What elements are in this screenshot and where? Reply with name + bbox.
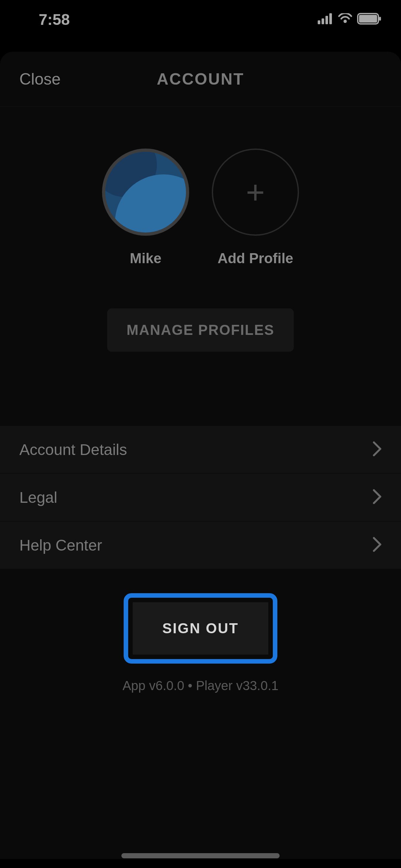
cellular-icon bbox=[318, 13, 333, 26]
status-bar: 7:58 bbox=[0, 0, 401, 35]
svg-rect-5 bbox=[359, 15, 377, 23]
account-sheet: Close ACCOUNT Mike + Add Profile MANAGE … bbox=[0, 52, 401, 859]
menu-item-label: Legal bbox=[19, 489, 57, 506]
avatar bbox=[102, 149, 189, 236]
svg-rect-1 bbox=[321, 19, 324, 24]
svg-rect-0 bbox=[318, 20, 320, 24]
profile-label: Mike bbox=[130, 250, 161, 267]
nav-header: Close ACCOUNT bbox=[0, 52, 401, 106]
page-title: ACCOUNT bbox=[157, 70, 244, 89]
add-profile-circle: + bbox=[212, 149, 299, 236]
menu-item-label: Account Details bbox=[19, 441, 127, 459]
svg-rect-6 bbox=[379, 17, 381, 21]
chevron-right-icon bbox=[373, 441, 382, 458]
menu-item-legal[interactable]: Legal bbox=[0, 474, 401, 522]
add-profile-label: Add Profile bbox=[218, 250, 294, 267]
plus-icon: + bbox=[246, 176, 265, 208]
profiles-row: Mike + Add Profile bbox=[0, 149, 401, 267]
battery-icon bbox=[357, 13, 382, 26]
menu-item-account-details[interactable]: Account Details bbox=[0, 426, 401, 474]
manage-profiles-button[interactable]: MANAGE PROFILES bbox=[107, 308, 294, 352]
wifi-icon bbox=[338, 13, 352, 26]
status-icons bbox=[318, 13, 382, 26]
version-text: App v6.0.0 • Player v33.0.1 bbox=[0, 678, 401, 693]
chevron-right-icon bbox=[373, 537, 382, 554]
home-indicator bbox=[121, 853, 280, 858]
sign-out-button[interactable]: SIGN OUT bbox=[128, 598, 273, 659]
status-time: 7:58 bbox=[19, 11, 70, 28]
signout-wrapper: SIGN OUT bbox=[0, 598, 401, 659]
menu-item-help-center[interactable]: Help Center bbox=[0, 522, 401, 569]
close-button[interactable]: Close bbox=[19, 70, 61, 89]
menu-item-label: Help Center bbox=[19, 536, 102, 554]
svg-rect-3 bbox=[329, 13, 332, 24]
menu-list: Account Details Legal Help Center bbox=[0, 426, 401, 569]
profile-item-mike[interactable]: Mike bbox=[102, 149, 189, 267]
profiles-section: Mike + Add Profile MANAGE PROFILES bbox=[0, 106, 401, 377]
add-profile-button[interactable]: + Add Profile bbox=[212, 149, 299, 267]
svg-rect-2 bbox=[326, 16, 328, 24]
chevron-right-icon bbox=[373, 489, 382, 506]
